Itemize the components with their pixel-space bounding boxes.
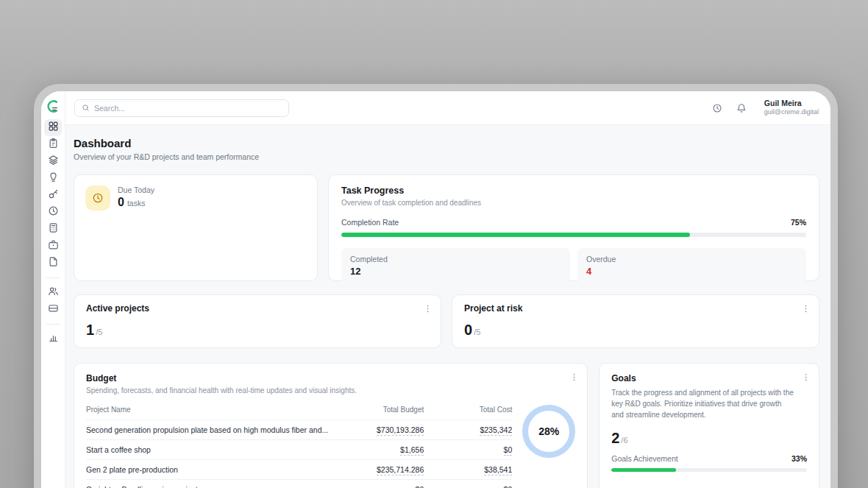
total-cost-value[interactable]: $0 [504, 445, 513, 456]
sidebar-item-finance[interactable] [44, 221, 62, 238]
task-progress-title: Task Progress [341, 185, 806, 196]
total-cost-value[interactable]: $0 [504, 485, 513, 488]
active-projects-value: 1 [86, 322, 94, 339]
column-total-budget: Total Budget [335, 402, 424, 420]
search-input[interactable] [94, 104, 282, 113]
clock-icon [48, 205, 59, 219]
lightbulb-icon [48, 171, 59, 185]
search-icon [82, 104, 90, 112]
user-menu[interactable]: Guil Meira guil@creme.digital [764, 99, 819, 116]
sidebar-item-team[interactable] [44, 284, 62, 301]
due-today-info: Due Today 0 tasks [118, 185, 154, 209]
sidebar-item-resources[interactable] [44, 187, 62, 204]
sidebar-item-billing[interactable] [44, 301, 62, 318]
page-title: Dashboard [74, 137, 819, 149]
active-projects-title: Active projects [86, 303, 429, 314]
completion-progress-fill [341, 233, 690, 237]
column-total-cost: Total Cost [424, 402, 512, 420]
sidebar-item-dashboard[interactable] [44, 119, 62, 136]
calculator-icon [48, 222, 59, 236]
sidebar-item-projects[interactable] [44, 153, 62, 170]
budget-table-row[interactable]: Creighton Beryllium mine project $0 $0 [86, 480, 512, 488]
project-at-risk-card: Project at risk 0 /5 [452, 294, 819, 348]
due-clock-icon [85, 185, 110, 211]
completed-stat: Completed 12 [341, 248, 570, 285]
user-email: guil@creme.digital [764, 108, 819, 116]
completion-progress-bar [341, 233, 806, 237]
project-name: Second generation propulsion plate based… [86, 420, 335, 439]
total-cost-value[interactable]: $235,342 [480, 425, 512, 436]
summary-row: Due Today 0 tasks Task Progress Overview… [74, 174, 819, 281]
active-projects-card: Active projects 1 /5 [74, 294, 441, 348]
main-panel: Dashboard Overview of your R&D projects … [65, 125, 830, 488]
document-icon [48, 256, 59, 270]
project-at-risk-value: 0 [464, 322, 472, 339]
finance-row: Budget Spending, forecasts, and financia… [74, 363, 819, 488]
due-today-card: Due Today 0 tasks [74, 174, 318, 281]
completed-label: Completed [350, 255, 561, 264]
window-bezel: V1.0 Guil Meira [34, 84, 838, 488]
user-name: Guil Meira [764, 99, 819, 108]
total-budget-value[interactable]: $235,714.286 [377, 465, 424, 475]
sidebar: V1.0 [41, 91, 65, 488]
project-name: Gen 2 plate pre-production [86, 460, 335, 479]
content-area: Guil Meira guil@creme.digital Dashboard … [65, 91, 830, 488]
goals-description: Track the progress and alignment of all … [611, 387, 807, 420]
sidebar-item-tasks[interactable] [44, 136, 62, 153]
budget-percent-value: 28% [538, 425, 559, 437]
goals-achievement-label: Goals Achievement [611, 454, 677, 463]
overdue-value: 4 [586, 266, 797, 277]
sidebar-divider [46, 324, 60, 325]
kebab-menu-icon[interactable] [422, 303, 433, 314]
overdue-label: Overdue [586, 255, 797, 264]
kebab-menu-icon[interactable] [800, 303, 811, 314]
sidebar-item-time[interactable] [44, 204, 62, 221]
grid-icon [48, 121, 59, 135]
sidebar-divider [46, 277, 60, 278]
goals-value: 2 [611, 430, 619, 447]
budget-table-row[interactable]: Second generation propulsion plate based… [86, 420, 512, 440]
budget-table-row[interactable]: Gen 2 plate pre-production $235,714.286 … [86, 460, 512, 480]
project-at-risk-total: /5 [474, 328, 480, 336]
sidebar-item-ideas[interactable] [44, 170, 62, 187]
due-today-unit: tasks [127, 199, 146, 208]
total-budget-value[interactable]: $0 [416, 485, 424, 488]
overdue-stat: Overdue 4 [577, 248, 806, 285]
budget-table: Project Name Total Budget Total Cost Sec… [86, 402, 512, 488]
projects-row: Active projects 1 /5 Project at risk [74, 294, 819, 348]
project-name: Start a coffee shop [86, 440, 335, 459]
total-budget-value[interactable]: $1,656 [400, 445, 424, 456]
sidebar-item-analytics[interactable] [44, 330, 62, 347]
sidebar-item-documents[interactable] [44, 255, 62, 272]
creme-logo[interactable] [45, 98, 61, 114]
task-progress-card: Task Progress Overview of task completio… [328, 174, 819, 281]
budget-title: Budget [86, 373, 575, 383]
completion-rate-value: 75% [791, 218, 806, 227]
topbar-actions: Guil Meira guil@creme.digital [711, 99, 819, 116]
goals-total: /6 [621, 436, 627, 445]
briefcase-icon [48, 239, 59, 253]
project-name: Creighton Beryllium mine project [86, 480, 335, 488]
app-window: V1.0 Guil Meira [41, 91, 830, 488]
kebab-menu-icon[interactable] [800, 372, 811, 382]
budget-percent-ring: 28% [522, 405, 575, 458]
project-at-risk-title: Project at risk [464, 303, 807, 314]
total-cost-value[interactable]: $38,541 [484, 465, 512, 475]
bar-chart-icon [48, 332, 59, 346]
sidebar-item-portfolio[interactable] [44, 238, 62, 255]
active-projects-total: /5 [96, 328, 102, 336]
goals-title: Goals [611, 373, 807, 383]
search-bar[interactable] [74, 99, 289, 117]
budget-table-row[interactable]: Start a coffee shop $1,656 $0 [86, 440, 512, 460]
budget-table-header: Project Name Total Budget Total Cost [86, 402, 512, 420]
users-icon [48, 286, 59, 300]
goals-progress-bar [611, 468, 807, 472]
goals-achievement-value: 33% [791, 454, 807, 463]
goals-card: Goals Track the progress and alignment o… [599, 363, 819, 488]
completion-rate-label: Completion Rate [341, 218, 399, 227]
bell-icon[interactable] [736, 102, 747, 114]
goals-progress-fill [611, 468, 676, 472]
history-clock-icon[interactable] [711, 102, 723, 114]
kebab-menu-icon[interactable] [569, 372, 579, 382]
total-budget-value[interactable]: $730,193.286 [377, 425, 424, 436]
